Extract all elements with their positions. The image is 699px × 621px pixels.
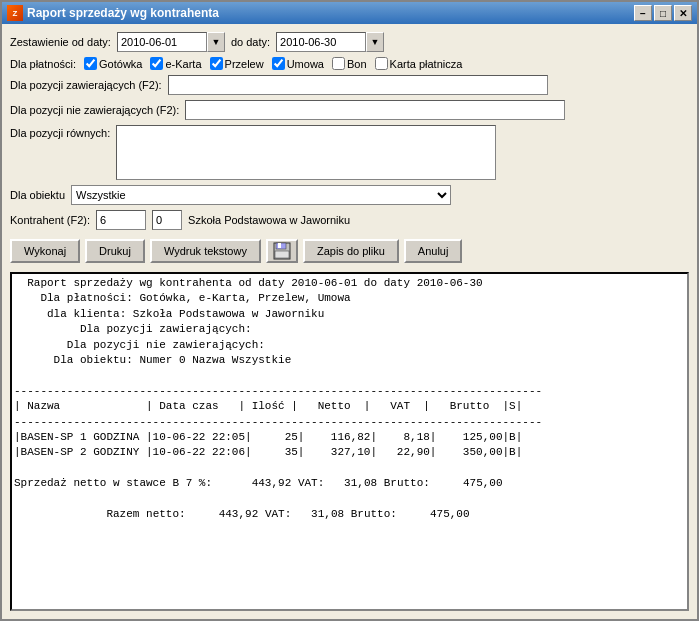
save-to-file-button[interactable]: Zapis do pliku (303, 239, 399, 263)
payment-row: Dla płatności: Gotówka e-Karta Przelew U… (10, 57, 689, 70)
object-row: Dla obiektu Wszystkie (10, 185, 689, 205)
payment-ekarta-label: e-Karta (165, 58, 201, 70)
payment-umowa-checkbox[interactable] (272, 57, 285, 70)
pos-equal-row: Dla pozycji równych: (10, 125, 689, 180)
print-button[interactable]: Drukuj (85, 239, 145, 263)
date-to-field: ▼ (276, 32, 384, 52)
svg-rect-3 (275, 251, 289, 258)
form-content: Zestawienie od daty: ▼ do daty: ▼ Dla pł… (2, 24, 697, 619)
pos-containing-label: Dla pozycji zawierających (F2): (10, 79, 162, 91)
payment-bon-checkbox[interactable] (332, 57, 345, 70)
object-select[interactable]: Wszystkie (71, 185, 451, 205)
title-bar-left: Z Raport sprzedaży wg kontrahenta (7, 5, 219, 21)
save-icon (273, 242, 291, 260)
print-text-button[interactable]: Wydruk tekstowy (150, 239, 261, 263)
kontrahent-name: Szkoła Podstawowa w Jaworniku (188, 214, 350, 226)
payment-umowa-label: Umowa (287, 58, 324, 70)
title-buttons: − □ ✕ (634, 5, 692, 21)
date-to-label: do daty: (231, 36, 270, 48)
payment-karta-checkbox[interactable] (375, 57, 388, 70)
date-from-picker-button[interactable]: ▼ (207, 32, 225, 52)
payment-gotowka-label: Gotówka (99, 58, 142, 70)
payment-karta-platnicza: Karta płatnicza (375, 57, 463, 70)
payment-przelew-label: Przelew (225, 58, 264, 70)
pos-not-containing-row: Dla pozycji nie zawierających (F2): (10, 100, 689, 120)
date-from-label: Zestawienie od daty: (10, 36, 111, 48)
payment-gotowka: Gotówka (84, 57, 142, 70)
window-title: Raport sprzedaży wg kontrahenta (27, 6, 219, 20)
kontrahent-id1-input[interactable] (96, 210, 146, 230)
main-window: Z Raport sprzedaży wg kontrahenta − □ ✕ … (0, 0, 699, 621)
date-row: Zestawienie od daty: ▼ do daty: ▼ (10, 32, 689, 52)
payment-karta-label: Karta płatnicza (390, 58, 463, 70)
date-to-picker-button[interactable]: ▼ (366, 32, 384, 52)
pos-not-containing-input[interactable] (185, 100, 565, 120)
payment-przelew-checkbox[interactable] (210, 57, 223, 70)
execute-button[interactable]: Wykonaj (10, 239, 80, 263)
cancel-button[interactable]: Anuluj (404, 239, 463, 263)
pos-equal-label: Dla pozycji równych: (10, 125, 110, 139)
report-content: Raport sprzedaży wg kontrahenta od daty … (14, 276, 685, 522)
payment-label: Dla płatności: (10, 58, 76, 70)
minimize-button[interactable]: − (634, 5, 652, 21)
button-bar: Wykonaj Drukuj Wydruk tekstowy Zapis do … (10, 235, 689, 267)
pos-not-containing-label: Dla pozycji nie zawierających (F2): (10, 104, 179, 116)
report-area[interactable]: Raport sprzedaży wg kontrahenta od daty … (10, 272, 689, 611)
pos-equal-textarea[interactable] (116, 125, 496, 180)
kontrahent-label: Kontrahent (F2): (10, 214, 90, 226)
payment-gotowka-checkbox[interactable] (84, 57, 97, 70)
save-button[interactable] (266, 239, 298, 263)
date-to-input[interactable] (276, 32, 366, 52)
payment-bon-label: Bon (347, 58, 367, 70)
kontrahent-id2-input[interactable] (152, 210, 182, 230)
payment-bon: Bon (332, 57, 367, 70)
payment-przelew: Przelew (210, 57, 264, 70)
pos-containing-row: Dla pozycji zawierających (F2): (10, 75, 689, 95)
svg-rect-2 (278, 243, 281, 248)
pos-containing-input[interactable] (168, 75, 548, 95)
maximize-button[interactable]: □ (654, 5, 672, 21)
title-bar: Z Raport sprzedaży wg kontrahenta − □ ✕ (2, 2, 697, 24)
payment-ekarta: e-Karta (150, 57, 201, 70)
payment-umowa: Umowa (272, 57, 324, 70)
date-from-field: ▼ (117, 32, 225, 52)
kontrahent-row: Kontrahent (F2): Szkoła Podstawowa w Jaw… (10, 210, 689, 230)
close-button[interactable]: ✕ (674, 5, 692, 21)
date-from-input[interactable] (117, 32, 207, 52)
app-icon: Z (7, 5, 23, 21)
payment-ekarta-checkbox[interactable] (150, 57, 163, 70)
object-label: Dla obiektu (10, 189, 65, 201)
